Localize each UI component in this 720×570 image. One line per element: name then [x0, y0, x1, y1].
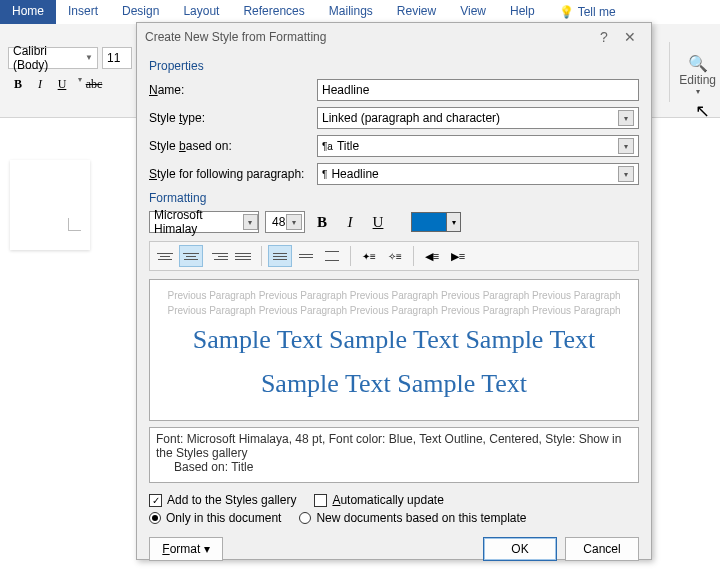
format-button[interactable]: Format ▾ — [149, 537, 223, 561]
align-center-button[interactable] — [179, 245, 203, 267]
fmt-font-combo[interactable]: Microsoft Himalay▾ — [149, 211, 259, 233]
spacing-1-button[interactable] — [268, 245, 292, 267]
cursor-icon: ↖ — [695, 100, 710, 122]
ok-button[interactable]: OK — [483, 537, 557, 561]
tab-design[interactable]: Design — [110, 0, 171, 24]
description-line1: Font: Microsoft Himalaya, 48 pt, Font co… — [156, 432, 632, 460]
bold-button[interactable]: B — [8, 75, 28, 95]
fmt-underline-button[interactable]: U — [367, 211, 389, 233]
style-type-label: Style type: — [149, 111, 307, 125]
color-preview — [412, 213, 446, 231]
strikethrough-button[interactable]: abc — [84, 75, 104, 95]
only-this-document-radio[interactable]: Only in this document — [149, 511, 281, 525]
chevron-down-icon: ▾ — [446, 213, 460, 231]
tab-view[interactable]: View — [448, 0, 498, 24]
fmt-bold-button[interactable]: B — [311, 211, 333, 233]
close-button[interactable]: ✕ — [617, 29, 643, 45]
tab-references[interactable]: References — [231, 0, 316, 24]
style-following-combo[interactable]: ¶Headline▾ — [317, 163, 639, 185]
create-style-dialog: Create New Style from Formatting ? ✕ Pro… — [136, 22, 652, 560]
tab-review[interactable]: Review — [385, 0, 448, 24]
spacing-15-button[interactable] — [294, 245, 318, 267]
auto-update-checkbox[interactable]: Automatically update — [314, 493, 443, 507]
style-description: Font: Microsoft Himalaya, 48 pt, Font co… — [149, 427, 639, 483]
tab-insert[interactable]: Insert — [56, 0, 110, 24]
tab-home[interactable]: Home — [0, 0, 56, 24]
underline-button[interactable]: U — [52, 75, 72, 95]
name-input[interactable]: Headline — [317, 79, 639, 101]
editing-label: Editing — [679, 73, 716, 87]
editing-group[interactable]: 🔍 Editing ▾ — [679, 54, 716, 96]
style-based-on-label: Style based on: — [149, 139, 307, 153]
spacing-2-button[interactable] — [320, 245, 344, 267]
cancel-button[interactable]: Cancel — [565, 537, 639, 561]
ribbon-tabs: Home Insert Design Layout References Mai… — [0, 0, 720, 24]
tab-help[interactable]: Help — [498, 0, 547, 24]
style-preview: Previous Paragraph Previous Paragraph Pr… — [149, 279, 639, 421]
italic-button[interactable]: I — [30, 75, 50, 95]
help-button[interactable]: ? — [591, 29, 617, 45]
indent-increase-button[interactable]: ▶≡ — [446, 245, 470, 267]
space-before-inc-button[interactable]: ✦≡ — [357, 245, 381, 267]
tab-tell-me[interactable]: 💡Tell me — [547, 0, 628, 24]
properties-section: Properties — [149, 59, 639, 73]
font-name-combo[interactable]: Calibri (Body)▼ — [8, 47, 98, 69]
font-size-combo[interactable]: 11 — [102, 47, 132, 69]
fmt-italic-button[interactable]: I — [339, 211, 361, 233]
new-documents-radio[interactable]: New documents based on this template — [299, 511, 526, 525]
lightbulb-icon: 💡 — [559, 5, 574, 19]
font-color-picker[interactable]: ▾ — [411, 212, 461, 232]
align-left-button[interactable] — [153, 245, 177, 267]
fmt-size-combo[interactable]: 48▾ — [265, 211, 305, 233]
tab-layout[interactable]: Layout — [171, 0, 231, 24]
style-following-label: Style for following paragraph: — [149, 167, 307, 181]
add-to-gallery-checkbox[interactable]: ✓Add to the Styles gallery — [149, 493, 296, 507]
document-page — [10, 160, 90, 250]
formatting-section: Formatting — [149, 191, 639, 205]
description-line2: Based on: Title — [156, 460, 632, 474]
name-label: Name: — [149, 83, 307, 97]
space-before-dec-button[interactable]: ✧≡ — [383, 245, 407, 267]
previous-paragraph-text: Previous Paragraph Previous Paragraph Pr… — [162, 288, 626, 318]
paragraph-toolbar: ✦≡ ✧≡ ◀≡ ▶≡ — [149, 241, 639, 271]
style-based-on-combo[interactable]: ¶aTitle▾ — [317, 135, 639, 157]
find-icon: 🔍 — [679, 54, 716, 73]
indent-decrease-button[interactable]: ◀≡ — [420, 245, 444, 267]
dialog-title: Create New Style from Formatting — [145, 30, 591, 44]
align-right-button[interactable] — [205, 245, 229, 267]
sample-text: Sample Text Sample Text Sample Text Samp… — [162, 318, 626, 406]
align-justify-button[interactable] — [231, 245, 255, 267]
style-type-combo[interactable]: Linked (paragraph and character)▾ — [317, 107, 639, 129]
tab-mailings[interactable]: Mailings — [317, 0, 385, 24]
